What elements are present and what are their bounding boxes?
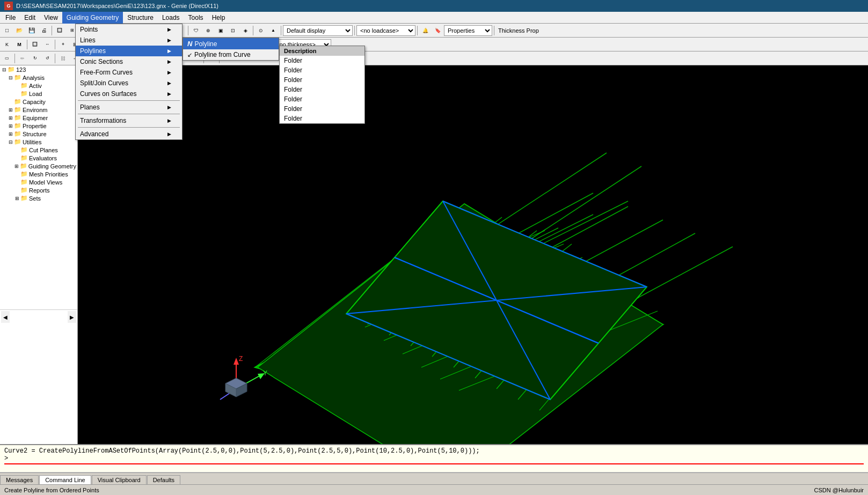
menu-structure[interactable]: Structure	[123, 12, 158, 24]
t3-btn2[interactable]: ✏	[17, 53, 28, 64]
t2-btn1[interactable]: K	[1, 39, 13, 50]
t2-btn2[interactable]: M	[13, 39, 25, 50]
menu-bar: File Edit View Guiding Geometry Structur…	[0, 12, 868, 24]
dd-lines[interactable]: Lines▶	[76, 35, 182, 46]
viewport-3d[interactable]: Z Y 12 Feb 2023 00:08	[78, 65, 868, 444]
save-btn[interactable]: 💾	[26, 25, 38, 36]
tree-root-123[interactable]: ⊟ 📁 123	[0, 65, 77, 73]
curve-folder-5[interactable]: Folder	[280, 94, 364, 104]
tree-equipmer[interactable]: ⊞ 📁 Equipmer	[0, 114, 77, 122]
tree-propertie[interactable]: ⊞ 📁 Propertie	[0, 122, 77, 130]
guiding-geometry-dropdown[interactable]: Points▶ Lines▶ Polylines▶ Conic Sections…	[75, 24, 183, 140]
folder-icon: 📁	[20, 154, 28, 161]
tab-messages[interactable]: Messages	[0, 475, 39, 484]
tree-label: Environm	[23, 107, 47, 113]
t2-btn3[interactable]: 🔲	[29, 39, 41, 50]
curve-folder-3[interactable]: Folder	[280, 75, 364, 85]
sep5	[188, 26, 188, 35]
t3-btn5[interactable]: ⛓	[57, 53, 69, 64]
menu-help[interactable]: Help	[208, 12, 230, 24]
folder-icon: 📁	[20, 162, 27, 169]
properties-select[interactable]: Properties	[444, 25, 492, 36]
tree-guiding-geometry[interactable]: ⊞ 📁 Guiding Geometry	[0, 162, 77, 170]
btn-o[interactable]: 🔔	[419, 25, 431, 36]
dd-split-join-curves[interactable]: Split/Join Curves▶	[76, 78, 182, 88]
tab-visual-clipboard[interactable]: Visual Clipboard	[92, 475, 147, 484]
curve-folder-4[interactable]: Folder	[280, 85, 364, 94]
tree-utilities[interactable]: ⊟ 📁 Utilities	[0, 138, 77, 146]
new-btn[interactable]: □	[1, 25, 13, 36]
tree-capacity[interactable]: 📁 Capacity	[0, 98, 77, 106]
tree-reports[interactable]: 📁 Reports	[0, 186, 77, 194]
folder-icon: 📁	[20, 90, 28, 97]
polylines-submenu[interactable]: NPolyline ↙Polyline from Curve	[183, 38, 279, 61]
tree-label: Guiding Geometry	[28, 163, 76, 169]
t3-sep1	[14, 54, 15, 63]
t2-btn5[interactable]: ⌖	[57, 39, 69, 50]
dd-conic-sections[interactable]: Conic Sections▶	[76, 56, 182, 67]
btn-p[interactable]: 🔖	[432, 25, 443, 36]
dd-free-form-curves[interactable]: Free-Form Curves▶	[76, 67, 182, 78]
tree-mesh-priorities[interactable]: 📁 Mesh Priorities	[0, 170, 77, 178]
btn-j[interactable]: ▣	[215, 25, 227, 36]
tree-environm[interactable]: ⊞ 📁 Environm	[0, 106, 77, 114]
btn-l[interactable]: ◈	[239, 25, 251, 36]
btn-a[interactable]: 🔲	[54, 25, 65, 36]
dd-planes[interactable]: Planes▶	[76, 102, 182, 113]
menu-loads[interactable]: Loads	[158, 12, 184, 24]
t2-btn4[interactable]: ↔	[41, 39, 53, 50]
dd-points[interactable]: Points▶	[76, 24, 182, 35]
tab-command-line[interactable]: Command Line	[39, 475, 91, 484]
curve-folder-7[interactable]: Folder	[280, 114, 364, 123]
scroll-right-btn[interactable]: ▶	[68, 311, 76, 323]
polyline-from-curve-submenu[interactable]: Description Folder Folder Folder Folder …	[279, 46, 365, 124]
menu-tools[interactable]: Tools	[184, 12, 208, 24]
dd-curves-on-surfaces[interactable]: Curves on Surfaces▶	[76, 88, 182, 99]
btn-k[interactable]: ⊡	[227, 25, 239, 36]
tree-load[interactable]: 📁 Load	[0, 90, 77, 98]
btn-m[interactable]: ⊙	[255, 25, 267, 36]
menu-edit[interactable]: Edit	[20, 12, 40, 24]
btn-h[interactable]: 🛡	[190, 25, 202, 36]
tree-model-views[interactable]: 📁 Model Views	[0, 178, 77, 186]
curve-folder-1[interactable]: Folder	[280, 56, 364, 65]
menu-file[interactable]: File	[1, 12, 20, 24]
tree-sets[interactable]: ⊞ 📁 Sets	[0, 194, 77, 202]
sep1	[52, 26, 52, 35]
dd-polylines[interactable]: Polylines▶	[76, 46, 182, 56]
folder-icon: 📁	[14, 114, 21, 121]
curve-folder-6[interactable]: Folder	[280, 104, 364, 114]
tree-evaluators[interactable]: 📁 Evaluators	[0, 154, 77, 162]
dd-advanced[interactable]: Advanced▶	[76, 129, 182, 139]
folder-icon: 📁	[20, 171, 28, 178]
dd-polyline[interactable]: NPolyline	[183, 38, 279, 49]
t3-btn1[interactable]: ▭	[1, 53, 13, 64]
tree-cut-planes[interactable]: 📁 Cut Planes	[0, 146, 77, 154]
curve-folder-2[interactable]: Folder	[280, 65, 364, 75]
menu-guiding-geometry[interactable]: Guiding Geometry	[62, 12, 123, 24]
folder-icon: 📁	[20, 195, 28, 202]
tree-analysis[interactable]: ⊟ 📁 Analysis	[0, 73, 77, 82]
tab-defaults[interactable]: Defaults	[147, 475, 180, 484]
btn-n[interactable]: ▲	[267, 25, 279, 36]
display-select[interactable]: Default display	[283, 25, 353, 36]
open-btn[interactable]: 📂	[13, 25, 25, 36]
dd-polyline-from-curve[interactable]: ↙Polyline from Curve	[183, 49, 279, 60]
svg-text:Z: Z	[239, 355, 243, 363]
btn-i[interactable]: ⊕	[202, 25, 214, 36]
tree-label: Equipmer	[23, 115, 48, 121]
print-btn[interactable]: 🖨	[38, 25, 50, 36]
t3-btn4[interactable]: ↺	[41, 53, 53, 64]
tree-structure[interactable]: ⊞ 📁 Structure	[0, 130, 77, 138]
tree-label: Analysis	[23, 75, 45, 81]
t3-btn3[interactable]: ↻	[29, 53, 41, 64]
t2-sep2	[55, 40, 55, 49]
tree-activ[interactable]: 📁 Activ	[0, 82, 77, 90]
menu-view[interactable]: View	[40, 12, 62, 24]
loadcase-select[interactable]: <no loadcase>	[356, 25, 415, 36]
dd-transformations[interactable]: Transformations▶	[76, 115, 182, 126]
scroll-left-btn[interactable]: ◀	[1, 311, 10, 323]
status-text-right: CSDN @Hulunbuir	[814, 487, 864, 493]
menu-bar-wrapper: File Edit View Guiding Geometry Structur…	[0, 12, 868, 24]
expand-icon: ⊟	[1, 67, 8, 72]
